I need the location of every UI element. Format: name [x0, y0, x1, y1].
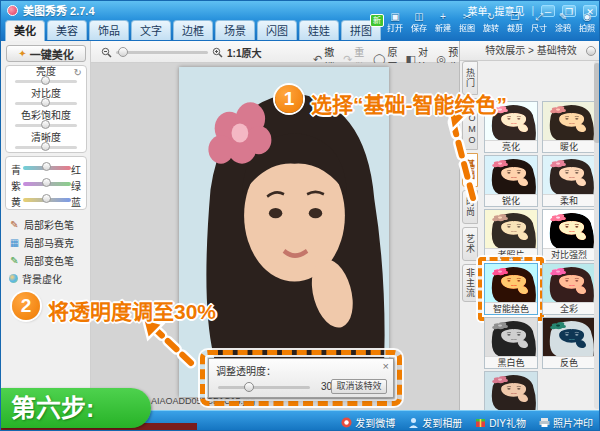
blur-icon — [9, 274, 18, 283]
tab-text[interactable]: 文字 — [131, 20, 171, 40]
zoom-in-icon[interactable] — [212, 47, 223, 58]
rotate-icon: ↻ — [479, 11, 503, 23]
meitu-app-window: 美图秀秀 2.7.4 菜单 提意见 | ─ ❐ ✕ 美化 美容 饰品 文字 边框… — [0, 0, 600, 431]
color-balance-box: 青 红 紫 绿 黄 蓝 — [5, 156, 87, 210]
saturation-slider[interactable] — [15, 124, 77, 127]
tab-accessory[interactable]: 饰品 — [89, 20, 129, 40]
zoom-slider-thumb[interactable] — [118, 47, 128, 57]
effect-soften[interactable]: 柔和 — [542, 155, 596, 207]
reset-icon[interactable]: ↻ — [74, 67, 82, 78]
step2-annotation: 将透明度调至30% — [48, 295, 216, 325]
effect-old-photo[interactable]: 老照片 — [484, 209, 538, 261]
panel-settings-icon[interactable] — [586, 46, 596, 56]
tab-beautify[interactable]: 美化 — [5, 20, 45, 41]
mosaic-icon: ▦ — [9, 237, 20, 248]
brightness-slider[interactable] — [15, 80, 77, 83]
tab-scene[interactable]: 场景 — [215, 20, 255, 40]
cyan-label: 青 — [11, 162, 21, 177]
local-recolor-pen-button[interactable]: ✎局部变色笔 — [5, 251, 87, 269]
resize-button[interactable]: ⤢尺寸 — [527, 11, 551, 41]
photo-print-button[interactable]: 照片冲印 — [539, 415, 593, 430]
doodle-icon: ✎ — [551, 11, 575, 23]
person-icon — [408, 417, 419, 428]
gift-icon — [475, 417, 486, 428]
local-color-pen-button[interactable]: ✎局部彩色笔 — [5, 215, 87, 233]
transparency-slider[interactable] — [218, 386, 310, 389]
step-banner: 第六步: — [1, 388, 151, 428]
tab-collage[interactable]: 拼图 新 — [341, 20, 381, 40]
transparency-dialog: 调整透明度： × 30% 取消该特效 — [208, 358, 394, 398]
weibo-icon — [341, 417, 352, 428]
open-button[interactable]: ▣打开 — [383, 11, 407, 41]
camera-icon: ◉ — [575, 11, 599, 23]
step1-number-badge: 1 — [275, 85, 303, 113]
yellow-blue-slider[interactable] — [23, 198, 71, 202]
zoom-level-label[interactable]: 1:1原大 — [227, 45, 261, 60]
new-icon: + — [431, 11, 455, 23]
canvas-toolbar: 1:1原大 ↶撤销 ↷重做 ◯原图 ◧对比 ◎预览 — [91, 41, 459, 63]
tab-cosmetic[interactable]: 美容 — [47, 20, 87, 40]
dialog-title: 调整透明度： — [216, 363, 276, 378]
transparency-slider-thumb[interactable] — [244, 382, 254, 392]
effect-high-contrast[interactable]: 对比强烈 — [542, 209, 596, 261]
effect-sharpen[interactable]: 锐化 — [484, 155, 538, 207]
local-mosaic-button[interactable]: ▦局部马赛克 — [5, 233, 87, 251]
rotate-button[interactable]: ↻旋转 — [479, 11, 503, 41]
cancel-effect-button[interactable]: 取消该特效 — [331, 379, 387, 394]
one-key-beautify-button[interactable]: ✦ 一键美化 — [6, 45, 86, 62]
category-nonmainstream[interactable]: 非主流 — [462, 264, 478, 302]
main-tab-row: 美化 美容 饰品 文字 边框 场景 闪图 娃娃 拼图 新 ▣打开 ◫保存 +新建… — [1, 19, 600, 41]
step2-number-badge: 2 — [12, 292, 40, 320]
effect-smart-color[interactable]: 智能绘色 — [484, 263, 538, 315]
category-basic[interactable]: 基础 — [462, 153, 478, 187]
dialog-close-icon[interactable]: × — [383, 360, 389, 372]
yellow-label: 黄 — [11, 194, 21, 209]
save-icon: ◫ — [407, 11, 431, 23]
printer-icon — [539, 417, 550, 428]
open-icon: ▣ — [383, 11, 407, 23]
effects-breadcrumb: 特效展示 > 基础特效 — [460, 41, 600, 61]
magic-icon: ✦ — [18, 48, 26, 59]
diy-gift-button[interactable]: DIY礼物 — [475, 415, 526, 430]
zoom-slider[interactable] — [116, 51, 208, 54]
crop-icon: ❐ — [503, 11, 527, 23]
effect-warm[interactable]: 暖化 — [542, 101, 596, 153]
recolor-pen-icon: ✎ — [9, 255, 20, 266]
window-title: 美图秀秀 2.7.4 — [23, 2, 95, 18]
doodle-button[interactable]: ✎涂鸦 — [551, 11, 575, 41]
share-weibo-button[interactable]: 发到微博 — [341, 415, 395, 430]
background-blur-button[interactable]: 背景虚化 — [5, 269, 87, 287]
cutout-button[interactable]: ✂抠图 — [455, 11, 479, 41]
tab-frame[interactable]: 边框 — [173, 20, 213, 40]
cyan-red-slider[interactable] — [23, 166, 71, 170]
new-button[interactable]: +新建 — [431, 11, 455, 41]
blue-label: 蓝 — [71, 194, 81, 209]
effect-full-color[interactable]: 全彩 — [542, 263, 596, 315]
share-album-button[interactable]: 发到相册 — [408, 415, 462, 430]
camera-button[interactable]: ◉拍照 — [575, 11, 599, 41]
zoom-out-icon[interactable] — [101, 47, 112, 58]
tab-flash[interactable]: 闪图 — [257, 20, 297, 40]
step1-annotation: 选择“基础-智能绘色” — [311, 88, 507, 118]
category-art[interactable]: 艺术 — [462, 227, 478, 261]
green-label: 绿 — [71, 178, 81, 193]
category-fashion[interactable]: 时尚 — [462, 190, 478, 224]
pen-icon: ✎ — [9, 219, 20, 230]
purple-label: 紫 — [11, 178, 21, 193]
cutout-icon: ✂ — [455, 11, 479, 23]
crop-button[interactable]: ❐裁剪 — [503, 11, 527, 41]
adjust-sliders-box: 亮度 ↻ 对比度 色彩饱和度 清晰度 — [5, 65, 87, 153]
left-sidebar: ✦ 一键美化 亮度 ↻ 对比度 色彩饱和度 清晰度 青 — [1, 41, 91, 410]
red-label: 红 — [71, 162, 81, 177]
resize-icon: ⤢ — [527, 11, 551, 23]
local-tools-list: ✎局部彩色笔 ▦局部马赛克 ✎局部变色笔 背景虚化 — [5, 215, 87, 287]
effect-invert[interactable]: 反色 — [542, 317, 596, 369]
contrast-slider[interactable] — [15, 102, 77, 105]
sharpness-slider[interactable] — [15, 146, 77, 149]
purple-green-slider[interactable] — [23, 182, 71, 186]
effect-black-white[interactable]: 黑白色 — [484, 317, 538, 369]
save-button[interactable]: ◫保存 — [407, 11, 431, 41]
app-logo-icon — [7, 5, 18, 16]
tab-doll[interactable]: 娃娃 — [299, 20, 339, 40]
panel-scrollbar[interactable] — [594, 61, 600, 409]
